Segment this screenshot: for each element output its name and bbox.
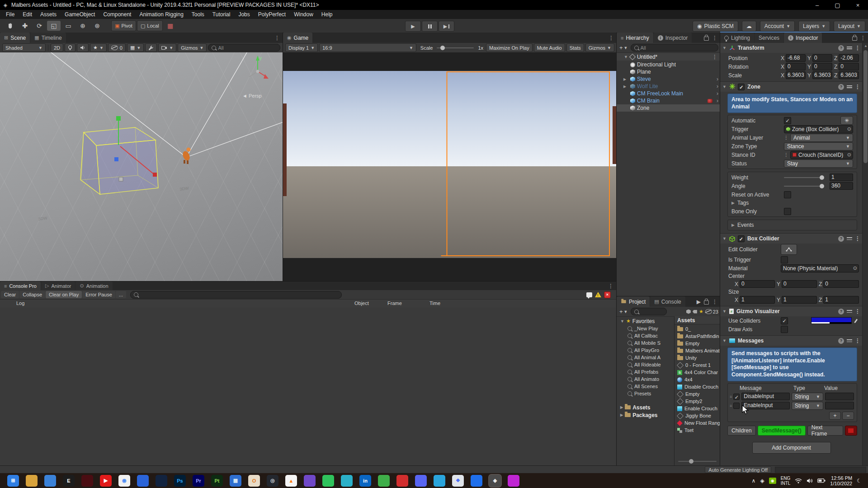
x-field[interactable]: 6.3603 <box>786 71 806 79</box>
favorite-search-item[interactable]: Presets <box>617 390 674 397</box>
nvidia-tray-icon[interactable]: ◉ <box>769 478 776 484</box>
x-field[interactable]: -6.68 <box>786 54 806 62</box>
drag-handle-icon[interactable]: ≡ <box>730 394 731 399</box>
message-enabled-checkbox[interactable] <box>733 394 740 400</box>
is-trigger-checkbox[interactable] <box>781 256 788 263</box>
kebab-menu-icon[interactable]: ⋮ <box>609 35 614 41</box>
gizmo-color-field[interactable] <box>811 317 852 324</box>
message-name-field[interactable]: EnableInput <box>741 402 790 409</box>
menu-item[interactable]: File <box>2 11 19 18</box>
z-field[interactable]: -2.06 <box>839 54 859 62</box>
rect-tool-icon[interactable]: ▭ <box>61 21 75 31</box>
add-component-button[interactable]: Add Component <box>752 442 831 454</box>
menu-item[interactable]: Tutorial <box>208 11 235 18</box>
message-row[interactable]: ≡ EnableInput String▼ <box>728 401 857 410</box>
packages-root-row[interactable]: ▶Packages <box>617 411 674 419</box>
error-filter-icon[interactable]: × <box>604 291 611 298</box>
preset-icon[interactable] <box>847 84 852 89</box>
tab-inspector-secondary[interactable]: iInspector <box>654 33 692 43</box>
tab-services[interactable]: Services <box>755 33 783 43</box>
kebab-menu-icon[interactable]: ⋮ <box>855 338 860 344</box>
kebab-menu-icon[interactable]: ⋮ <box>712 35 717 41</box>
kebab-menu-icon[interactable]: ⋮ <box>860 35 866 41</box>
tags-foldout[interactable]: ▶Tags <box>728 199 857 207</box>
scene-search-input[interactable]: All <box>208 44 280 52</box>
transform-tool-icon[interactable]: ⊕ <box>76 21 90 31</box>
size-x-field[interactable]: 1 <box>740 296 775 304</box>
tab-game[interactable]: ◉Game <box>283 33 312 43</box>
scene-effects-dropdown[interactable]: ★▼ <box>90 43 107 52</box>
foldout-icon[interactable]: ▼ <box>722 309 726 314</box>
center-y-field[interactable]: 0 <box>782 280 817 288</box>
tab-scene[interactable]: ⊞Scene <box>0 33 30 43</box>
substance-painter-icon[interactable]: Pt <box>211 475 223 487</box>
epic-games-icon[interactable]: E <box>63 475 75 487</box>
photos-app-icon[interactable]: ❖ <box>452 475 464 487</box>
search-by-type-icon[interactable] <box>686 310 691 314</box>
telegram-icon[interactable] <box>434 475 445 487</box>
foldout-icon[interactable]: ▼ <box>624 55 628 59</box>
message-value-field[interactable] <box>825 402 854 409</box>
magenta-app-icon[interactable] <box>508 475 519 487</box>
asset-item[interactable]: 4x4 <box>675 376 720 383</box>
stance-id-object-field[interactable]: Crouch (StanceID)⊙ <box>790 151 853 159</box>
asset-item[interactable]: Empty <box>675 340 720 347</box>
assets-root-row[interactable]: ▶Assets <box>617 404 674 411</box>
auto-generate-lighting-button[interactable]: Auto Generate Lighting Off <box>705 466 771 473</box>
prefab-open-arrow-icon[interactable]: › <box>717 90 718 97</box>
message-enabled-checkbox[interactable] <box>733 403 740 409</box>
foldout-icon[interactable]: ▼ <box>722 84 726 89</box>
battery-icon[interactable] <box>817 478 826 483</box>
clear-button[interactable]: Clear <box>1 291 19 298</box>
menu-item[interactable]: Assets <box>36 11 61 18</box>
asset-item[interactable]: Malbers Animat <box>675 347 720 354</box>
menu-item[interactable]: Component <box>99 11 135 18</box>
premiere-icon[interactable]: Pr <box>193 475 204 487</box>
menu-item[interactable]: PolyPerfect <box>254 11 290 18</box>
object-picker-icon[interactable]: ⊙ <box>847 126 851 132</box>
next-frame-button[interactable]: Next Frame <box>807 426 843 436</box>
display-dropdown[interactable]: Display 1▼ <box>285 43 318 52</box>
center-z-field[interactable]: 0 <box>823 280 859 288</box>
remove-row-button[interactable]: − <box>842 412 854 420</box>
favorite-search-item[interactable]: All Mobile S <box>617 339 674 347</box>
linkedin-icon[interactable]: in <box>359 475 371 487</box>
teal-app-icon[interactable] <box>341 475 353 487</box>
tab-project[interactable]: Project <box>617 296 650 307</box>
log-filter-icon[interactable] <box>586 292 592 297</box>
angle-slider[interactable] <box>784 186 823 187</box>
console-log-list[interactable] <box>0 308 616 466</box>
scene-lighting-toggle[interactable] <box>65 43 75 52</box>
step-button[interactable]: ▶ <box>439 21 454 32</box>
minimize-button[interactable]: – <box>807 0 827 10</box>
zone-header[interactable]: ▼ ✳ Zone ?⋮ <box>720 81 863 92</box>
close-button[interactable]: × <box>848 0 868 10</box>
menu-item[interactable]: Jobs <box>234 11 254 18</box>
z-field[interactable]: 6.3603 <box>839 71 859 79</box>
reset-on-active-checkbox[interactable] <box>784 191 791 198</box>
asset-item[interactable]: AstarPathfindin <box>675 333 720 340</box>
z-field[interactable]: 0 <box>839 63 859 70</box>
pivot-toggle[interactable]: ▣Pivot <box>111 20 136 31</box>
help-icon[interactable]: ? <box>838 84 844 90</box>
favorite-search-item[interactable]: All Scenes <box>617 383 674 390</box>
help-icon[interactable]: ? <box>838 309 844 314</box>
collapse-button[interactable]: Collapse <box>19 291 45 298</box>
foldout-icon[interactable]: ▶ <box>623 84 626 89</box>
send-message-button[interactable]: SendMessage() <box>758 426 806 436</box>
grid-snap-icon[interactable]: ▦ <box>164 21 177 31</box>
asset-item[interactable]: 0_ <box>675 325 720 333</box>
menu-item[interactable]: Animation Rigging <box>135 11 187 18</box>
modifier-menu-icon[interactable]: ⋮ <box>784 152 788 157</box>
asset-zoom-slider[interactable] <box>675 457 720 466</box>
layers-dropdown[interactable]: Layers▼ <box>798 21 830 32</box>
foldout-icon[interactable]: ▶ <box>623 77 626 81</box>
scene-root-row[interactable]: ▼ Untitled* ⋮ <box>617 53 720 61</box>
foldout-icon[interactable]: ▶ <box>620 405 623 409</box>
scale-slider[interactable] <box>437 47 474 48</box>
scene-grid-dropdown[interactable]: ▦▼ <box>127 43 144 52</box>
wifi-icon[interactable] <box>795 478 802 483</box>
cloud-button[interactable]: ☁ <box>742 21 756 32</box>
scene-viewport[interactable]: 3DW 3DW <box>0 52 283 281</box>
favorite-search-item[interactable]: All Animal A <box>617 354 674 361</box>
